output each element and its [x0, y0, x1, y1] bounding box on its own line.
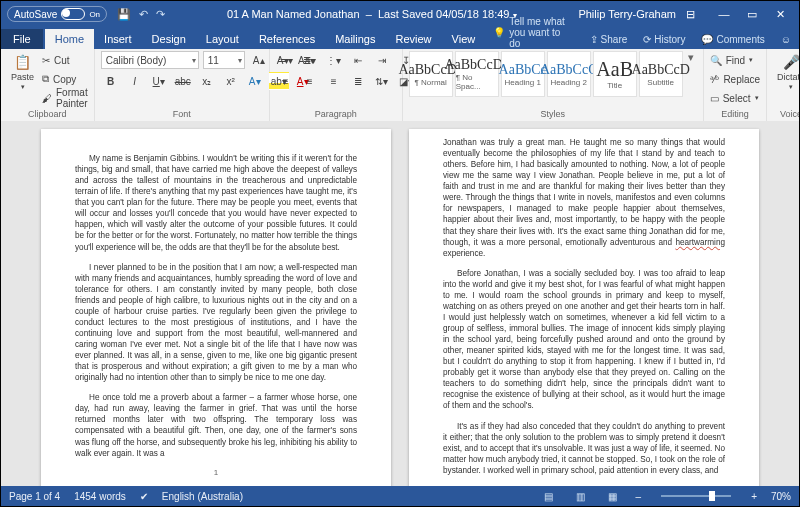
- document-area[interactable]: My name is Benjamin Gibbins. I wouldn't …: [1, 121, 799, 486]
- tab-view[interactable]: View: [442, 29, 486, 49]
- find-button[interactable]: 🔍Find▾: [710, 51, 760, 69]
- autosave-label: AutoSave: [14, 9, 57, 20]
- page-number: 1: [75, 468, 357, 479]
- paste-icon: 📋: [14, 53, 32, 71]
- group-label: Font: [101, 109, 263, 121]
- select-button[interactable]: ▭Select▾: [710, 89, 760, 107]
- body-text[interactable]: My name is Benjamin Gibbins. I wouldn't …: [75, 153, 357, 253]
- group-label: Voice: [773, 109, 800, 121]
- tab-review[interactable]: Review: [386, 29, 442, 49]
- comments-button[interactable]: 💬Comments: [693, 30, 772, 49]
- read-mode-button[interactable]: ▤: [540, 489, 558, 503]
- web-layout-button[interactable]: ▦: [604, 489, 622, 503]
- tab-design[interactable]: Design: [142, 29, 196, 49]
- tab-mailings[interactable]: Mailings: [325, 29, 385, 49]
- page-2[interactable]: Jonathan was truly a great man. He taugh…: [409, 129, 759, 486]
- align-left-button[interactable]: ≡: [276, 72, 296, 90]
- style--no-spac-[interactable]: AaBbCcDc¶ No Spac...: [455, 51, 499, 97]
- zoom-slider[interactable]: [661, 495, 731, 497]
- lightbulb-icon: 💡: [493, 27, 505, 38]
- group-clipboard: 📋 Paste ▾ ✂Cut ⧉Copy 🖌Format Painter Cli…: [1, 49, 95, 121]
- replace-button[interactable]: ᵃ⁄ᵇReplace: [710, 70, 760, 88]
- tell-me-label: Tell me what you want to do: [509, 16, 573, 49]
- share-button[interactable]: ⇪Share: [582, 30, 636, 49]
- tab-home[interactable]: Home: [45, 29, 94, 49]
- tell-me[interactable]: 💡 Tell me what you want to do: [485, 16, 581, 49]
- superscript-button[interactable]: x²: [221, 72, 241, 90]
- cut-button[interactable]: ✂Cut: [42, 51, 88, 69]
- paste-button[interactable]: 📋 Paste ▾: [7, 51, 38, 93]
- style-heading-1[interactable]: AaBbCcHeading 1: [501, 51, 545, 97]
- align-center-button[interactable]: ≡: [300, 72, 320, 90]
- format-painter-button[interactable]: 🖌Format Painter: [42, 89, 88, 107]
- user-name[interactable]: Philip Terry-Graham: [578, 8, 676, 20]
- numbering-button[interactable]: ≣▾: [300, 51, 320, 69]
- font-size-combo[interactable]: 11: [203, 51, 245, 69]
- ribbon-options-icon[interactable]: ⊟: [686, 8, 695, 21]
- style-title[interactable]: AaBTitle: [593, 51, 637, 97]
- maximize-button[interactable]: ▭: [739, 5, 765, 23]
- tab-references[interactable]: References: [249, 29, 325, 49]
- ribbon: 📋 Paste ▾ ✂Cut ⧉Copy 🖌Format Painter Cli…: [1, 49, 799, 122]
- group-label: Styles: [409, 109, 697, 121]
- comment-icon: 💬: [701, 34, 713, 45]
- subscript-button[interactable]: x₂: [197, 72, 217, 90]
- spelling-error[interactable]: heartwarming: [675, 238, 725, 247]
- italic-button[interactable]: I: [125, 72, 145, 90]
- tab-layout[interactable]: Layout: [196, 29, 249, 49]
- group-voice: 🎤 Dictate ▾ Voice: [767, 49, 800, 121]
- dictate-button[interactable]: 🎤 Dictate ▾: [773, 51, 800, 93]
- body-text[interactable]: I never planned to be in the position th…: [75, 262, 357, 384]
- style-subtitle[interactable]: AaBbCcDSubtitle: [639, 51, 683, 97]
- multilevel-button[interactable]: ⋮▾: [324, 51, 344, 69]
- save-icon[interactable]: 💾: [117, 8, 131, 21]
- justify-button[interactable]: ≣: [348, 72, 368, 90]
- align-right-button[interactable]: ≡: [324, 72, 344, 90]
- style-heading-2[interactable]: AaBbCcCHeading 2: [547, 51, 591, 97]
- grow-font-button[interactable]: A▴: [249, 51, 269, 69]
- underline-button[interactable]: U▾: [149, 72, 169, 90]
- copy-button[interactable]: ⧉Copy: [42, 70, 88, 88]
- undo-icon[interactable]: ↶: [139, 8, 148, 21]
- body-text[interactable]: It's as if they had also conceded that t…: [443, 421, 725, 476]
- find-icon: 🔍: [710, 55, 722, 66]
- zoom-out-button[interactable]: –: [636, 491, 642, 502]
- tab-insert[interactable]: Insert: [94, 29, 142, 49]
- body-text[interactable]: Jonathan was truly a great man. He taugh…: [443, 137, 725, 259]
- language-indicator[interactable]: English (Australia): [162, 491, 243, 502]
- bullets-button[interactable]: ≔▾: [276, 51, 296, 69]
- body-text[interactable]: He once told me a proverb about a farmer…: [75, 392, 357, 458]
- proofing-icon[interactable]: ✔: [140, 491, 148, 502]
- line-spacing-button[interactable]: ⇅▾: [372, 72, 392, 90]
- text-effects-button[interactable]: A▾: [245, 72, 265, 90]
- increase-indent-button[interactable]: ⇥: [372, 51, 392, 69]
- history-button[interactable]: ⟳History: [635, 30, 693, 49]
- decrease-indent-button[interactable]: ⇤: [348, 51, 368, 69]
- replace-icon: ᵃ⁄ᵇ: [710, 74, 720, 85]
- strike-button[interactable]: abc: [173, 72, 193, 90]
- font-name-combo[interactable]: Calibri (Body): [101, 51, 199, 69]
- mic-icon: 🎤: [782, 53, 800, 71]
- group-editing: 🔍Find▾ ᵃ⁄ᵇReplace ▭Select▾ Editing: [704, 49, 767, 121]
- help-button[interactable]: ☺: [773, 30, 799, 49]
- autosave-toggle[interactable]: AutoSave On: [7, 6, 107, 22]
- close-button[interactable]: ✕: [767, 5, 793, 23]
- zoom-level[interactable]: 70%: [771, 491, 791, 502]
- history-icon: ⟳: [643, 34, 651, 45]
- print-layout-button[interactable]: ▥: [572, 489, 590, 503]
- group-label: Clipboard: [7, 109, 88, 121]
- doc-name: 01 A Man Named Jonathan: [227, 8, 360, 20]
- redo-icon[interactable]: ↷: [156, 8, 165, 21]
- autosave-state: On: [89, 10, 100, 19]
- page-indicator[interactable]: Page 1 of 4: [9, 491, 60, 502]
- minimize-button[interactable]: —: [711, 5, 737, 23]
- body-text[interactable]: Before Jonathan, I was a socially seclud…: [443, 268, 725, 412]
- word-count[interactable]: 1454 words: [74, 491, 126, 502]
- page-1[interactable]: My name is Benjamin Gibbins. I wouldn't …: [41, 129, 391, 486]
- select-icon: ▭: [710, 93, 719, 104]
- ribbon-tabs: File Home Insert Design Layout Reference…: [1, 27, 799, 49]
- styles-more-button[interactable]: ▾: [685, 51, 697, 64]
- zoom-in-button[interactable]: +: [751, 491, 757, 502]
- tab-file[interactable]: File: [1, 29, 43, 49]
- bold-button[interactable]: B: [101, 72, 121, 90]
